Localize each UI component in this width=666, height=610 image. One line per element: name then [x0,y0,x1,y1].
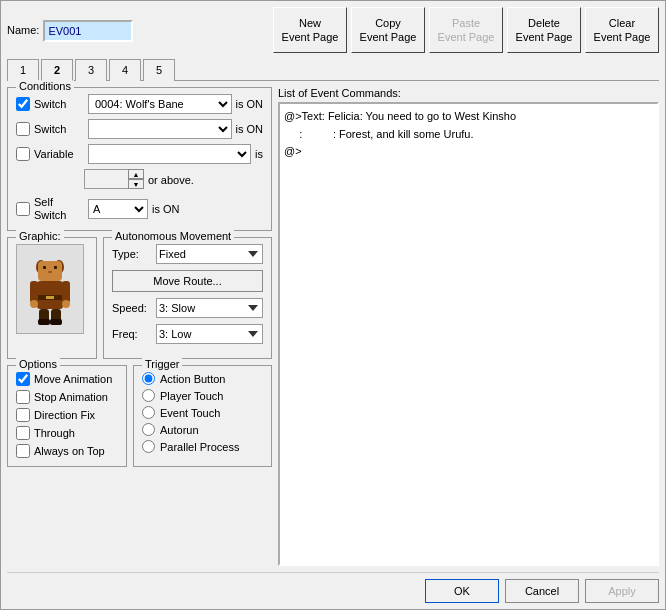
movement-speed-row: Speed: 1: x8 Slower 2: x4 Slower 3: Slow… [112,298,263,318]
name-section: Name: [7,19,133,42]
switch1-label: Switch [34,98,84,110]
options-trigger-area: Options Move Animation Stop Animation Di… [7,365,272,467]
options-title: Options [16,358,60,370]
graphic-movement-area: Graphic: [7,237,272,359]
switch2-dropdown[interactable] [88,119,232,139]
tab-3[interactable]: 3 [75,59,107,81]
event-commands-box[interactable]: @>Text: Felicia: You need to go to West … [278,102,659,566]
stop-animation-label: Stop Animation [34,391,108,403]
spinner-up[interactable]: ▲ [128,169,144,179]
left-panel: Conditions Switch 0004: Wolf's Bane is O… [7,87,272,566]
option-move-animation: Move Animation [16,372,118,386]
svg-point-12 [62,300,70,308]
autorun-radio[interactable] [142,423,155,436]
svg-rect-5 [48,271,52,273]
action-button-label: Action Button [160,373,225,385]
action-button-radio[interactable] [142,372,155,385]
move-animation-checkbox[interactable] [16,372,30,386]
tab-2[interactable]: 2 [41,59,73,81]
freq-label: Freq: [112,328,150,340]
self-switch-checkbox[interactable] [16,202,30,216]
svg-rect-4 [54,266,57,269]
svg-rect-8 [46,296,54,299]
stop-animation-checkbox[interactable] [16,390,30,404]
switch2-suffix: is ON [236,123,264,135]
or-above-row: ▲ ▼ or above. [84,169,263,191]
delete-event-page-button[interactable]: DeleteEvent Page [507,7,581,53]
switch1-suffix: is ON [236,98,264,110]
cancel-button[interactable]: Cancel [505,579,579,603]
switch1-dropdown[interactable]: 0004: Wolf's Bane [88,94,232,114]
always-on-top-checkbox[interactable] [16,444,30,458]
cmd-line-2: @> [284,143,653,161]
conditions-box: Conditions Switch 0004: Wolf's Bane is O… [7,87,272,231]
svg-rect-10 [62,281,70,303]
trigger-event-touch: Event Touch [142,406,263,419]
svg-point-11 [30,300,38,308]
cmd-line-1: : : Forest, and kill some Urufu. [284,126,653,144]
variable-dropdown[interactable] [88,144,251,164]
movement-freq-row: Freq: 1: Lowest 2: Lower 3: Low 4: High … [112,324,263,344]
direction-fix-label: Direction Fix [34,409,95,421]
right-panel: List of Event Commands: @>Text: Felicia:… [278,87,659,566]
option-through: Through [16,426,118,440]
condition-self-switch-row: SelfSwitch A B C D is ON [16,196,263,222]
svg-rect-9 [30,281,38,303]
apply-button[interactable]: Apply [585,579,659,603]
spinner-arrows: ▲ ▼ [128,169,144,191]
spinner-down[interactable]: ▼ [128,179,144,189]
or-above-label: or above. [148,174,194,186]
bottom-bar: OK Cancel Apply [7,572,659,603]
type-dropdown[interactable]: Fixed Random Approach Custom [156,244,263,264]
condition-switch2-row: Switch is ON [16,119,263,139]
options-box: Options Move Animation Stop Animation Di… [7,365,127,467]
ok-button[interactable]: OK [425,579,499,603]
parallel-process-radio[interactable] [142,440,155,453]
graphic-box: Graphic: [7,237,97,359]
trigger-parallel-process: Parallel Process [142,440,263,453]
variable-checkbox[interactable] [16,147,30,161]
variable-value-spinner[interactable]: ▲ ▼ [84,169,144,191]
autonomous-movement-box: Autonomous Movement Type: Fixed Random A… [103,237,272,359]
autonomous-movement-title: Autonomous Movement [112,230,234,242]
movement-type-row: Type: Fixed Random Approach Custom [112,244,263,264]
graphic-preview[interactable] [16,244,84,334]
tab-1[interactable]: 1 [7,59,39,81]
svg-rect-16 [50,319,62,325]
move-animation-label: Move Animation [34,373,112,385]
name-input[interactable] [43,20,133,42]
option-always-on-top: Always on Top [16,444,118,458]
through-label: Through [34,427,75,439]
self-switch-dropdown[interactable]: A B C D [88,199,148,219]
svg-rect-3 [43,266,46,269]
player-touch-radio[interactable] [142,389,155,402]
parallel-process-label: Parallel Process [160,441,239,453]
type-label: Type: [112,248,150,260]
tabs-row: 1 2 3 4 5 [7,59,659,81]
move-route-button[interactable]: Move Route... [112,270,263,292]
switch2-checkbox[interactable] [16,122,30,136]
option-direction-fix: Direction Fix [16,408,118,422]
freq-dropdown[interactable]: 1: Lowest 2: Lower 3: Low 4: High 5: Hig… [156,324,263,344]
name-label: Name: [7,24,39,36]
graphic-title: Graphic: [16,230,64,242]
trigger-player-touch: Player Touch [142,389,263,402]
event-commands-label: List of Event Commands: [278,87,659,99]
autorun-label: Autorun [160,424,199,436]
player-touch-label: Player Touch [160,390,223,402]
direction-fix-checkbox[interactable] [16,408,30,422]
through-checkbox[interactable] [16,426,30,440]
copy-event-page-button[interactable]: CopyEvent Page [351,7,425,53]
variable-suffix: is [255,148,263,160]
event-touch-radio[interactable] [142,406,155,419]
clear-event-page-button[interactable]: ClearEvent Page [585,7,659,53]
variable-value-input[interactable] [84,169,128,189]
self-switch-suffix: is ON [152,203,180,215]
tab-4[interactable]: 4 [109,59,141,81]
self-switch-label: SelfSwitch [34,196,84,222]
switch1-checkbox[interactable] [16,97,30,111]
paste-event-page-button[interactable]: PasteEvent Page [429,7,503,53]
speed-dropdown[interactable]: 1: x8 Slower 2: x4 Slower 3: Slow 4: Fas… [156,298,263,318]
new-event-page-button[interactable]: NewEvent Page [273,7,347,53]
tab-5[interactable]: 5 [143,59,175,81]
